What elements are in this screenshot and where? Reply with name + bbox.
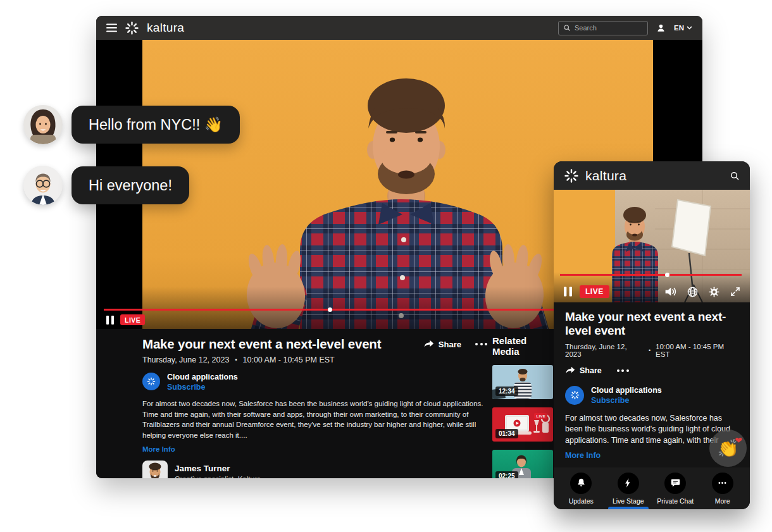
active-tab-underline	[608, 507, 649, 509]
presenter-role: Creative specialist, Kaltura	[175, 475, 261, 478]
progress-knob[interactable]	[665, 273, 669, 277]
nav-item-private-chat[interactable]: Private Chat	[652, 467, 699, 509]
more-options-icon[interactable]	[617, 369, 629, 372]
lightning-icon	[618, 473, 639, 494]
volume-icon[interactable]	[664, 286, 677, 297]
related-media-heading: Related Media	[492, 335, 553, 357]
more-dots-icon	[712, 473, 733, 494]
event-datetime: Thursday, June 12, 2023 • 10:00 AM - 10:…	[565, 343, 738, 358]
chevron-down-icon	[687, 26, 692, 30]
event-date: Thursday, June 12, 2023	[565, 343, 644, 358]
mobile-bottom-nav: Updates Live Stage Private Chat More	[554, 467, 750, 509]
video-title: Make your next event a next-level event	[565, 310, 738, 338]
share-icon	[565, 366, 575, 375]
hamburger-menu-icon[interactable]	[106, 23, 117, 32]
dot-separator: •	[235, 357, 237, 363]
chat-bubble: Hello from NYC!! 👋	[72, 106, 240, 144]
nav-item-more[interactable]: More	[699, 467, 747, 509]
share-label: Share	[580, 366, 602, 375]
nav-label: More	[715, 497, 730, 505]
mobile-window: kaltura	[554, 161, 750, 509]
nav-label: Live Stage	[613, 497, 644, 505]
chat-message: Hi everyone!	[23, 166, 189, 205]
presenter-name: James Turner	[175, 464, 261, 473]
reaction-bubble[interactable]: 👏 ❤	[709, 430, 747, 467]
nav-label: Updates	[569, 497, 594, 505]
duration-badge: 01:34	[495, 429, 518, 438]
nav-item-live-stage[interactable]: Live Stage	[605, 467, 652, 509]
channel-name[interactable]: Cloud applications	[167, 373, 238, 381]
share-icon	[423, 340, 434, 349]
search-input[interactable]	[575, 24, 643, 32]
heart-emoji: ❤	[735, 435, 742, 445]
chat-bubble-icon	[664, 473, 686, 494]
kaltura-logo-icon	[125, 21, 139, 35]
related-media-panel: Related Media 12:34	[492, 335, 553, 478]
video-title: Make your next event a next-level event	[142, 337, 381, 352]
pause-icon[interactable]	[106, 316, 114, 325]
search-icon	[563, 24, 571, 32]
globe-icon[interactable]	[687, 286, 699, 298]
kaltura-logo-icon	[564, 168, 579, 183]
mobile-header: kaltura	[554, 161, 750, 190]
live-badge: LIVE	[580, 285, 609, 298]
nav-item-updates[interactable]: Updates	[557, 467, 605, 509]
subscribe-link[interactable]: Subscribe	[591, 396, 662, 405]
event-time: 10:00 AM - 10:45 PM EST	[243, 356, 335, 364]
channel-logo-icon[interactable]	[142, 373, 160, 390]
related-media-item[interactable]: LIVE 01:34	[492, 407, 553, 442]
chat-avatar	[23, 166, 63, 205]
search-icon[interactable]	[730, 171, 740, 181]
channel-logo-icon[interactable]	[565, 386, 584, 405]
language-label: EN	[674, 24, 684, 32]
fullscreen-icon[interactable]	[730, 286, 741, 297]
page: kaltura EN	[0, 0, 772, 532]
video-progress-bar[interactable]	[560, 274, 742, 276]
bell-icon	[570, 473, 592, 494]
language-selector[interactable]: EN	[674, 24, 692, 32]
progress-knob[interactable]	[328, 307, 332, 312]
event-datetime: Thursday, June 12, 2023 • 10:00 AM - 10:…	[142, 356, 487, 364]
nav-label: Private Chat	[657, 497, 694, 505]
share-label: Share	[439, 340, 461, 349]
related-media-item[interactable]: 02:25	[492, 450, 553, 478]
event-time: 10:00 AM - 10:45 PM EST	[656, 343, 738, 358]
user-icon[interactable]	[656, 23, 666, 34]
share-button[interactable]: Share	[423, 340, 461, 349]
share-button[interactable]: Share	[565, 366, 602, 375]
duration-badge: 02:25	[495, 471, 518, 478]
settings-gear-icon[interactable]	[708, 286, 720, 298]
video-description: For almost two decades now, Salesforce h…	[142, 399, 487, 441]
duration-badge: 12:34	[495, 387, 518, 396]
brand-wordmark: kaltura	[585, 168, 723, 183]
more-info-link[interactable]: More Info	[142, 445, 487, 453]
brand-wordmark: kaltura	[147, 21, 184, 35]
subscribe-link[interactable]: Subscribe	[167, 383, 238, 392]
mobile-video-player[interactable]: LIVE	[554, 190, 750, 302]
chat-message: Hello from NYC!! 👋	[23, 105, 240, 144]
dot-separator: •	[649, 347, 651, 354]
chat-avatar	[23, 105, 63, 144]
thumbnail-live-badge: LIVE	[534, 413, 547, 419]
presenter-row: James Turner Creative specialist, Kaltur…	[142, 461, 487, 478]
pause-icon[interactable]	[564, 287, 572, 297]
related-media-item[interactable]: 12:34	[492, 365, 553, 399]
live-badge: LIVE	[120, 314, 145, 325]
channel-name[interactable]: Cloud applications	[591, 386, 662, 395]
presenter-avatar	[142, 461, 168, 478]
more-options-icon[interactable]	[475, 343, 487, 345]
top-navbar: kaltura EN	[96, 16, 702, 40]
search-box[interactable]	[558, 21, 648, 35]
chat-bubble: Hi everyone!	[72, 166, 189, 204]
event-date: Thursday, June 12, 2023	[142, 356, 229, 364]
